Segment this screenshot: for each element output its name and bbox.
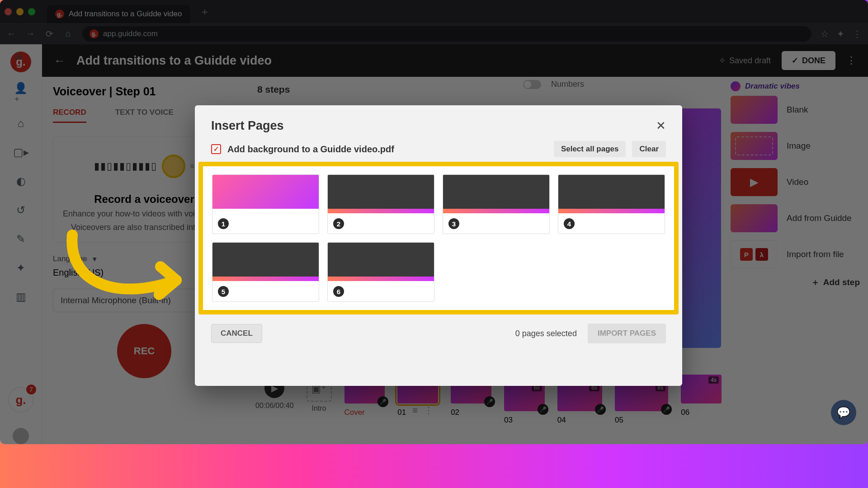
cancel-button[interactable]: CANCEL — [211, 324, 262, 343]
page-thumb-6[interactable]: 6 — [327, 242, 434, 302]
selected-count: 0 pages selected — [515, 329, 577, 338]
select-all-button[interactable]: Select all pages — [554, 141, 626, 157]
chat-fab[interactable]: 💬 — [831, 400, 856, 425]
page-thumb-4[interactable]: 4 — [558, 174, 665, 234]
pages-highlight-region: 1 2 3 4 5 6 — [198, 162, 679, 314]
page-thumb-3[interactable]: 3 — [443, 174, 550, 234]
chat-icon: 💬 — [837, 406, 850, 419]
file-name: Add background to a Guidde video.pdf — [227, 144, 547, 155]
page-thumb-5[interactable]: 5 — [212, 242, 319, 302]
import-pages-button[interactable]: IMPORT PAGES — [588, 324, 666, 343]
pages-grid: 1 2 3 4 5 6 — [212, 174, 665, 302]
clear-button[interactable]: Clear — [632, 141, 666, 157]
file-checkbox[interactable]: ✓ — [211, 144, 221, 154]
browser-window: g. Add transitions to a Guidde video ＋ ←… — [0, 0, 868, 444]
page-thumb-2[interactable]: 2 — [327, 174, 434, 234]
close-icon[interactable]: ✕ — [656, 119, 666, 133]
modal-title: Insert Pages — [211, 119, 656, 133]
insert-pages-modal: Insert Pages ✕ ✓ Add background to a Gui… — [195, 105, 682, 386]
page-thumb-1[interactable]: 1 — [212, 174, 319, 234]
